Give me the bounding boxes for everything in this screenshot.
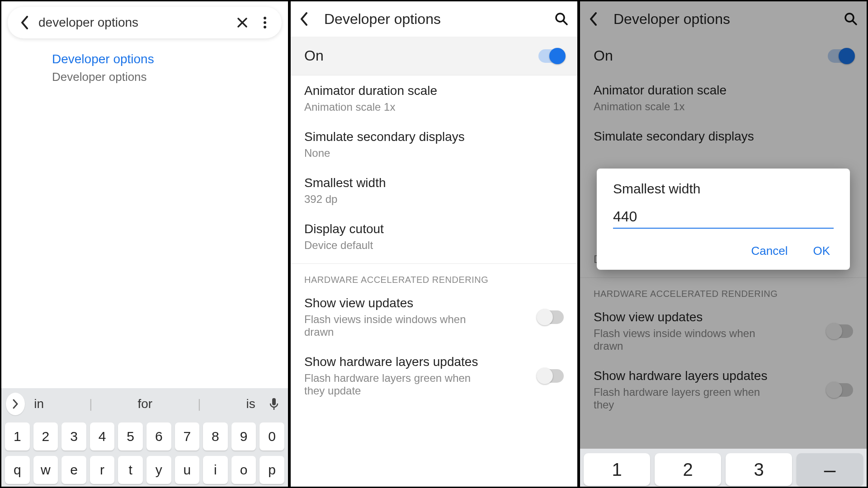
section-header: HARDWARE ACCELERATED RENDERING	[291, 263, 577, 288]
suggestion[interactable]: in	[25, 397, 53, 411]
key[interactable]: 8	[203, 422, 228, 450]
key-2[interactable]: 2	[655, 453, 721, 486]
overflow-icon[interactable]	[254, 11, 276, 34]
key-minus[interactable]: –	[797, 453, 863, 486]
keyboard: in | for | is 1 2 3 4 5 6 7 8 9 0 q w e	[1, 388, 288, 487]
key[interactable]: p	[259, 456, 284, 484]
suggestion-items: in | for | is	[25, 397, 264, 411]
svg-rect-3	[272, 398, 276, 405]
key[interactable]: i	[203, 456, 228, 484]
key-3[interactable]: 3	[726, 453, 792, 486]
key[interactable]: 2	[33, 422, 58, 450]
switch-off-icon[interactable]	[538, 310, 564, 324]
key[interactable]: t	[118, 456, 143, 484]
toggle-label: On	[304, 47, 324, 64]
key[interactable]: u	[175, 456, 200, 484]
key[interactable]: 1	[5, 422, 30, 450]
panel-developer-options: Developer options On Animator duration s…	[289, 0, 579, 488]
master-toggle-row[interactable]: On	[291, 37, 577, 75]
key[interactable]: 7	[175, 422, 200, 450]
back-icon[interactable]	[13, 11, 36, 34]
setting-show-view-updates[interactable]: Show view updates Flash views inside win…	[291, 288, 577, 347]
suggestion-row: in | for | is	[1, 388, 288, 420]
key[interactable]: o	[231, 456, 256, 484]
search-result[interactable]: Developer options Developer options	[1, 43, 288, 89]
numeric-keyboard: 1 2 3 –	[580, 449, 867, 487]
key[interactable]: 4	[90, 422, 115, 450]
ok-button[interactable]: OK	[809, 241, 834, 261]
key-row-numbers: 1 2 3 4 5 6 7 8 9 0	[1, 420, 288, 453]
setting-animator-duration[interactable]: Animator duration scale Animation scale …	[291, 75, 577, 122]
chevron-right-icon[interactable]	[6, 393, 25, 415]
key[interactable]: q	[5, 456, 30, 484]
switch-off-icon[interactable]	[538, 369, 564, 383]
search-input[interactable]	[36, 15, 231, 30]
dialog-input[interactable]	[613, 206, 834, 229]
key[interactable]: 0	[259, 422, 284, 450]
key[interactable]: w	[33, 456, 58, 484]
svg-point-1	[264, 21, 266, 24]
key[interactable]: 9	[231, 422, 256, 450]
key-1[interactable]: 1	[584, 453, 650, 486]
header: Developer options	[291, 1, 577, 37]
cancel-button[interactable]: Cancel	[747, 241, 791, 261]
setting-simulate-displays[interactable]: Simulate secondary displays None	[291, 122, 577, 168]
svg-line-5	[563, 21, 567, 24]
key[interactable]: 6	[146, 422, 171, 450]
svg-point-0	[264, 17, 266, 19]
key[interactable]: 5	[118, 422, 143, 450]
key-row-letters: q w e r t y u i o p	[1, 453, 288, 487]
setting-smallest-width[interactable]: Smallest width 392 dp	[291, 168, 577, 214]
switch-on-icon[interactable]	[538, 49, 564, 63]
suggestion[interactable]: is	[237, 397, 264, 411]
svg-point-2	[264, 26, 266, 28]
setting-display-cutout[interactable]: Display cutout Device default	[291, 214, 577, 260]
panel-dialog: Developer options On Animator duration s…	[579, 0, 868, 488]
key[interactable]: e	[61, 456, 86, 484]
setting-show-hardware-layers[interactable]: Show hardware layers updates Flash hardw…	[291, 347, 577, 405]
key[interactable]: 3	[61, 422, 86, 450]
back-icon[interactable]	[300, 12, 318, 26]
result-title: Developer options	[52, 52, 279, 66]
search-bar	[8, 7, 282, 38]
result-subtitle: Developer options	[52, 70, 279, 84]
key[interactable]: y	[146, 456, 171, 484]
clear-icon[interactable]	[231, 11, 254, 34]
search-icon[interactable]	[555, 12, 568, 26]
panel-search: Developer options Developer options in |…	[0, 0, 289, 488]
dialog-title: Smallest width	[613, 181, 834, 197]
smallest-width-dialog: Smallest width Cancel OK	[597, 169, 850, 270]
mic-icon[interactable]	[264, 393, 283, 415]
key[interactable]: r	[90, 456, 115, 484]
page-title: Developer options	[324, 11, 555, 28]
suggestion[interactable]: for	[128, 397, 161, 411]
